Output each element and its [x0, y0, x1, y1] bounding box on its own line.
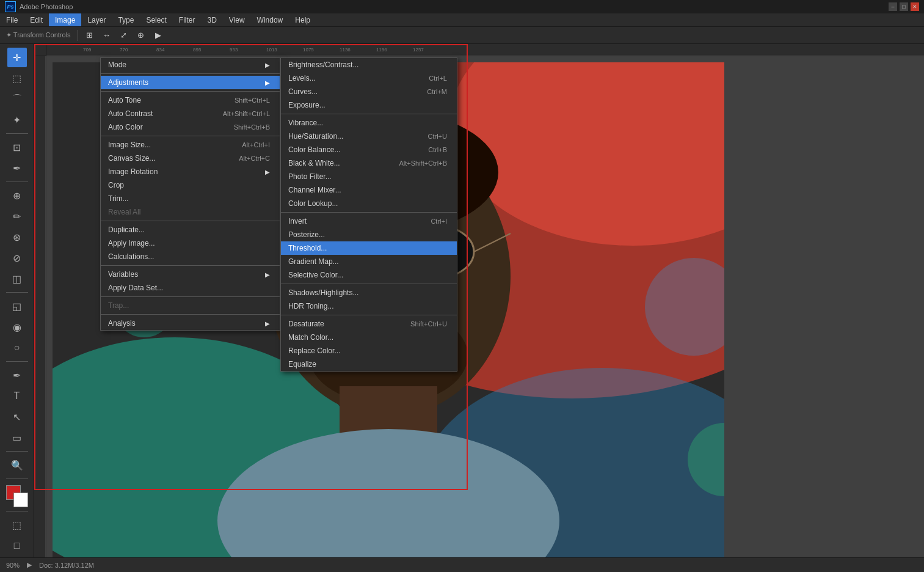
- menu-image[interactable]: Image: [49, 13, 81, 26]
- tool-divider-7: [6, 511, 28, 512]
- toolbar-btn-1[interactable]: ⊞: [82, 29, 97, 42]
- blur-tool[interactable]: ◉: [7, 317, 27, 337]
- text-tool[interactable]: T: [7, 386, 27, 406]
- brush-tool[interactable]: ✏: [7, 207, 27, 226]
- menu-autocontrast-label: Auto Contrast: [108, 109, 153, 118]
- menu-edit[interactable]: Edit: [24, 13, 49, 26]
- move-tool[interactable]: ✛: [7, 48, 27, 67]
- menu-autocolor-item[interactable]: Auto Color Shift+Ctrl+B: [101, 120, 280, 134]
- adj-huesat-item[interactable]: Hue/Saturation... Ctrl+U: [281, 130, 457, 143]
- adj-sep-3: [281, 284, 457, 284]
- screen-mode-tool[interactable]: □: [7, 536, 27, 556]
- quick-mask-tool[interactable]: ⬚: [7, 515, 27, 535]
- clone-tool[interactable]: ⊛: [7, 227, 27, 247]
- menu-file[interactable]: File: [0, 13, 24, 26]
- arrow-icon[interactable]: ▶: [27, 561, 32, 569]
- menu-variables-label: Variables: [108, 270, 138, 279]
- adj-brightness-item[interactable]: Brightness/Contrast...: [281, 58, 457, 72]
- menu-filter[interactable]: Filter: [173, 13, 202, 26]
- close-button[interactable]: ✕: [911, 2, 919, 11]
- adj-hdrtoning-item[interactable]: HDR Toning...: [281, 299, 457, 313]
- menu-crop-item[interactable]: Crop: [101, 178, 280, 192]
- menu-trim-item[interactable]: Trim...: [101, 192, 280, 205]
- menu-autocontrast-item[interactable]: Auto Contrast Alt+Shift+Ctrl+L: [101, 107, 280, 120]
- menu-canvassize-item[interactable]: Canvas Size... Alt+Ctrl+C: [101, 152, 280, 165]
- menu-imagesize-item[interactable]: Image Size... Alt+Ctrl+I: [101, 138, 280, 152]
- toolbar-btn-4[interactable]: ⊕: [134, 29, 148, 42]
- adj-colorbalance-shortcut: Ctrl+B: [428, 146, 447, 153]
- menu-applyimage-item[interactable]: Apply Image...: [101, 237, 280, 250]
- menu-applydataset-item[interactable]: Apply Data Set...: [101, 281, 280, 295]
- svg-text:770: 770: [120, 47, 128, 53]
- adj-replacecolor-item[interactable]: Replace Color...: [281, 344, 457, 358]
- menu-select[interactable]: Select: [140, 13, 172, 26]
- menu-duplicate-label: Duplicate...: [108, 226, 145, 234]
- shape-tool[interactable]: ▭: [7, 428, 27, 447]
- eyedropper-tool[interactable]: ✒: [7, 158, 27, 178]
- adj-colorlookup-item[interactable]: Color Lookup...: [281, 197, 457, 210]
- menu-autotone-item[interactable]: Auto Tone Shift+Ctrl+L: [101, 94, 280, 107]
- menu-imagerotation-item[interactable]: Image Rotation ▶: [101, 165, 280, 178]
- ruler-corner: [34, 44, 46, 56]
- menu-help[interactable]: Help: [289, 13, 316, 26]
- path-select-tool[interactable]: ↖: [7, 407, 27, 427]
- menu-view[interactable]: View: [223, 13, 251, 26]
- adj-curves-item[interactable]: Curves... Ctrl+M: [281, 85, 457, 98]
- lasso-tool[interactable]: ⌒: [7, 89, 27, 109]
- title-bar-controls: – □ ✕: [889, 2, 919, 11]
- adj-photofilter-item[interactable]: Photo Filter...: [281, 170, 457, 183]
- menu-layer[interactable]: Layer: [81, 13, 112, 26]
- adj-invert-item[interactable]: Invert Ctrl+I: [281, 215, 457, 228]
- adj-colorbalance-item[interactable]: Color Balance... Ctrl+B: [281, 143, 457, 156]
- adj-selectivecolor-item[interactable]: Selective Color...: [281, 268, 457, 282]
- adj-vibrance-item[interactable]: Vibrance...: [281, 116, 457, 130]
- pen-tool[interactable]: ✒: [7, 365, 27, 385]
- adj-exposure-label: Exposure...: [288, 101, 326, 109]
- adj-gradientmap-item[interactable]: Gradient Map...: [281, 255, 457, 268]
- toolbar-btn-5[interactable]: ▶: [151, 29, 166, 42]
- menu-variables-item[interactable]: Variables ▶: [101, 268, 280, 281]
- menu-analysis-item[interactable]: Analysis ▶: [101, 317, 280, 330]
- svg-text:1196: 1196: [376, 47, 387, 53]
- adj-channelmixer-item[interactable]: Channel Mixer...: [281, 183, 457, 197]
- zoom-level: 90%: [6, 562, 20, 569]
- title-bar-left: Ps Adobe Photoshop: [5, 1, 73, 12]
- gradient-tool[interactable]: ◱: [7, 296, 27, 316]
- adj-desaturate-item[interactable]: Desaturate Shift+Ctrl+U: [281, 317, 457, 331]
- dodge-tool[interactable]: ○: [7, 338, 27, 358]
- menu-calculations-item[interactable]: Calculations...: [101, 250, 280, 263]
- adj-matchcolor-item[interactable]: Match Color...: [281, 331, 457, 344]
- adj-threshold-item[interactable]: Threshold...: [281, 241, 457, 255]
- sep-7: [101, 314, 280, 315]
- adj-levels-item[interactable]: Levels... Ctrl+L: [281, 72, 457, 85]
- background-color[interactable]: [13, 493, 28, 507]
- canvas-area: happy.jpg @ 90% 709 770 834 895 953 1013…: [34, 44, 924, 557]
- menu-duplicate-item[interactable]: Duplicate...: [101, 223, 280, 237]
- color-swatch[interactable]: [6, 485, 28, 507]
- menu-3d[interactable]: 3D: [201, 13, 222, 26]
- menu-autocolor-label: Auto Color: [108, 123, 143, 131]
- adj-equalize-item[interactable]: Equalize: [281, 358, 457, 371]
- history-brush-tool[interactable]: ⊘: [7, 248, 27, 268]
- toolbar-btn-3[interactable]: ⤢: [117, 29, 131, 42]
- toolbar-btn-2[interactable]: ↔: [100, 29, 114, 42]
- svg-text:709: 709: [83, 47, 92, 53]
- healing-tool[interactable]: ⊕: [7, 186, 27, 205]
- adj-desaturate-label: Desaturate: [288, 320, 324, 328]
- adj-bw-item[interactable]: Black & White... Alt+Shift+Ctrl+B: [281, 156, 457, 170]
- rect-select-tool[interactable]: ⬚: [7, 68, 27, 88]
- menu-type[interactable]: Type: [112, 13, 140, 26]
- crop-tool[interactable]: ⊡: [7, 138, 27, 157]
- menu-mode-item[interactable]: Mode ▶: [101, 58, 280, 72]
- zoom-tool[interactable]: 🔍: [7, 455, 27, 475]
- menu-adjustments-item[interactable]: Adjustments ▶: [101, 76, 280, 89]
- menu-window[interactable]: Window: [251, 13, 289, 26]
- adj-exposure-item[interactable]: Exposure...: [281, 98, 457, 112]
- eraser-tool[interactable]: ◫: [7, 269, 27, 288]
- adj-posterize-item[interactable]: Posterize...: [281, 228, 457, 241]
- magic-wand-tool[interactable]: ✦: [7, 110, 27, 130]
- maximize-button[interactable]: □: [900, 2, 908, 11]
- adj-shadowhighlight-item[interactable]: Shadows/Highlights...: [281, 286, 457, 299]
- menu-applydataset-label: Apply Data Set...: [108, 284, 163, 292]
- minimize-button[interactable]: –: [889, 2, 897, 11]
